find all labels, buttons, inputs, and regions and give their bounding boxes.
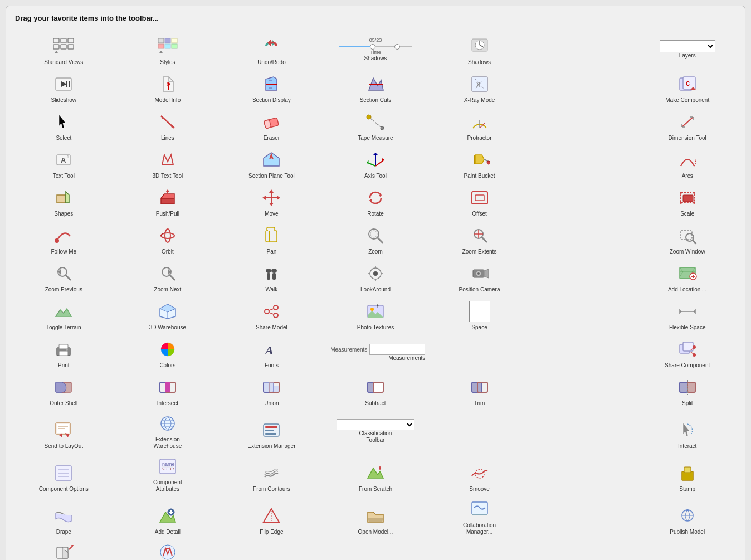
tool-shapes[interactable]: Shapes bbox=[12, 182, 116, 220]
tool-add-detail[interactable]: Add Detail bbox=[116, 495, 220, 538]
tool-shadows-slider[interactable]: 05/23 Time Shadows bbox=[324, 30, 428, 68]
tool-shadows[interactable]: Shadows bbox=[427, 30, 531, 68]
classification-dropdown[interactable] bbox=[337, 419, 414, 430]
tool-from-scratch[interactable]: From Scratch bbox=[324, 452, 428, 495]
svg-rect-7 bbox=[158, 38, 164, 43]
drape-icon bbox=[52, 505, 75, 527]
tool-section-plane-tool[interactable]: Section Plane Tool bbox=[220, 144, 324, 182]
tool-model-info[interactable]: i Model Info bbox=[116, 68, 220, 106]
tool-drape[interactable]: Drape bbox=[12, 495, 116, 538]
tool-open-model[interactable]: Open Model... bbox=[324, 495, 428, 538]
tool-smoove[interactable]: Smoove bbox=[427, 452, 531, 495]
tool-flip-edge[interactable]: Flip Edge bbox=[220, 495, 324, 538]
interact-label: Interact bbox=[678, 443, 696, 450]
subtract-icon bbox=[364, 376, 387, 398]
tool-interact[interactable]: Interact bbox=[635, 409, 739, 452]
tool-flexible-space[interactable]: Flexible Space bbox=[635, 295, 739, 333]
tool-zoom-window[interactable]: Zoom Window bbox=[635, 220, 739, 257]
tool-zoom-extents[interactable]: Zoom Extents bbox=[427, 220, 531, 257]
tool-styles[interactable]: Styles bbox=[116, 30, 220, 68]
tool-print[interactable]: Print bbox=[12, 333, 116, 371]
tool-section-display[interactable]: Section Display bbox=[220, 68, 324, 106]
tool-rotate[interactable]: Rotate bbox=[324, 182, 428, 220]
svg-text:1: 1 bbox=[67, 155, 69, 159]
tool-dimension-tool[interactable]: Dimension Tool bbox=[635, 106, 739, 144]
tool-toggle-terrain[interactable]: Toggle Terrain bbox=[12, 295, 116, 333]
tool-select[interactable]: Select bbox=[12, 106, 116, 144]
tool-extension-warehouse[interactable]: Extension Warehouse bbox=[116, 409, 220, 452]
rotate-icon bbox=[364, 187, 387, 209]
tool-zoom[interactable]: Zoom bbox=[324, 220, 428, 257]
tool-move[interactable]: Move bbox=[220, 182, 324, 220]
tool-colors[interactable]: Colors bbox=[116, 333, 220, 371]
publish-model-label: Publish Model bbox=[670, 529, 705, 535]
tool-fonts[interactable]: A Fonts bbox=[220, 333, 324, 371]
tool-layers[interactable]: Layers bbox=[635, 30, 739, 68]
fonts-label: Fonts bbox=[265, 362, 279, 369]
fonts-icon: A bbox=[260, 338, 282, 361]
tool-add-location[interactable]: Add Location . . bbox=[635, 257, 739, 295]
tool-space[interactable]: Space bbox=[427, 295, 531, 333]
tool-tape-measure[interactable]: Tape Measure bbox=[324, 106, 428, 144]
tool-collaboration-manager[interactable]: Collaboration Manager... bbox=[427, 495, 531, 538]
tool-arcs[interactable]: Arcs bbox=[635, 144, 739, 182]
collaboration-manager-label: Collaboration Manager... bbox=[455, 522, 505, 535]
publish-model-icon bbox=[676, 505, 699, 527]
tool-outer-shell[interactable]: Outer Shell bbox=[12, 371, 116, 409]
tool-lines[interactable]: Lines bbox=[116, 106, 220, 144]
tool-share-model[interactable]: Share Model bbox=[220, 295, 324, 333]
tool-subtract[interactable]: Subtract bbox=[324, 371, 428, 409]
tool-text-tool[interactable]: A 1 Text Tool bbox=[12, 144, 116, 182]
measurements-input[interactable] bbox=[369, 344, 425, 355]
tool-extension-manager[interactable]: Extension Manager bbox=[220, 409, 324, 452]
tool-push-pull[interactable]: Push/Pull bbox=[116, 182, 220, 220]
tool-orbit[interactable]: Orbit bbox=[116, 220, 220, 257]
tool-undo-redo[interactable]: Undo/Redo bbox=[220, 30, 324, 68]
standard-views-label: Standard Views bbox=[44, 59, 83, 66]
tool-zoom-previous[interactable]: Zoom Previous bbox=[12, 257, 116, 295]
tool-pan[interactable]: Pan bbox=[220, 220, 324, 257]
tool-3d-text-tool[interactable]: 3D Text Tool bbox=[116, 144, 220, 182]
tool-zoom-next[interactable]: Zoom Next bbox=[116, 257, 220, 295]
svg-point-81 bbox=[165, 229, 170, 242]
tool-measurements[interactable]: Measurements Measurements bbox=[324, 333, 428, 371]
tool-walk[interactable]: Walk bbox=[220, 257, 324, 295]
shadows-slider[interactable] bbox=[339, 44, 412, 48]
tool-axis-tool[interactable]: Axis Tool bbox=[324, 144, 428, 182]
tool-publish-model[interactable]: Publish Model bbox=[635, 495, 739, 538]
tool-import-reference[interactable]: Import Reference Model... bbox=[12, 538, 116, 560]
tool-paint-bucket[interactable]: Paint Bucket bbox=[427, 144, 531, 182]
tool-position-camera[interactable]: Position Camera bbox=[427, 257, 531, 295]
tool-section-cuts[interactable]: Section Cuts bbox=[324, 68, 428, 106]
tool-protractor[interactable]: Protractor bbox=[427, 106, 531, 144]
tool-from-contours[interactable]: From Contours bbox=[220, 452, 324, 495]
svg-marker-67 bbox=[262, 196, 266, 200]
tool-trim[interactable]: Trim bbox=[427, 371, 531, 409]
tool-offset[interactable]: Offset bbox=[427, 182, 531, 220]
tool-photo-textures[interactable]: Photo Textures bbox=[324, 295, 428, 333]
tool-union[interactable]: Union bbox=[220, 371, 324, 409]
tool-component-attributes[interactable]: name value Component Attributes bbox=[116, 452, 220, 495]
tool-component-options[interactable]: Component Options bbox=[12, 452, 116, 495]
tool-share-component[interactable]: Share Component bbox=[635, 333, 739, 371]
tool-launch-trimble[interactable]: Launch Trimble Connect... bbox=[116, 538, 220, 560]
tool-stamp[interactable]: Stamp bbox=[635, 452, 739, 495]
layers-dropdown[interactable] bbox=[660, 40, 715, 52]
tool-follow-me[interactable]: Follow Me bbox=[12, 220, 116, 257]
tool-make-component[interactable]: C Make Component bbox=[635, 68, 739, 106]
tool-3d-warehouse[interactable]: 3D Warehouse bbox=[116, 295, 220, 333]
tool-lookaround[interactable]: LookAround bbox=[324, 257, 428, 295]
eraser-icon bbox=[260, 111, 282, 133]
tool-send-to-layout[interactable]: Send to LayOut bbox=[12, 409, 116, 452]
tool-xray-mode[interactable]: X X-Ray Mode bbox=[427, 68, 531, 106]
tool-classification-toolbar[interactable]: Classification Toolbar bbox=[324, 409, 428, 452]
tool-split[interactable]: Split bbox=[635, 371, 739, 409]
tool-scale[interactable]: Scale bbox=[635, 182, 739, 220]
tool-intersect[interactable]: Intersect bbox=[116, 371, 220, 409]
flexible-space-icon bbox=[676, 300, 699, 323]
tool-slideshow[interactable]: Slideshow bbox=[12, 68, 116, 106]
tool-eraser[interactable]: Eraser bbox=[220, 106, 324, 144]
space-label: Space bbox=[471, 324, 487, 331]
tool-standard-views[interactable]: Standard Views bbox=[12, 30, 116, 68]
svg-rect-163 bbox=[265, 426, 277, 428]
